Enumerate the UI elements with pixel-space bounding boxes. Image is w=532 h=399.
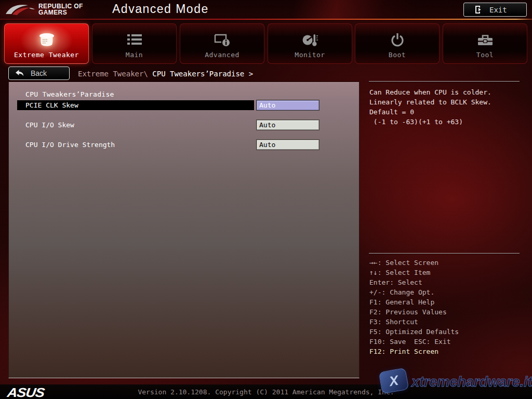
exit-door-icon	[474, 5, 482, 14]
breadcrumb: Extreme Tweaker\ CPU Tweakers’Paradise >	[78, 70, 253, 78]
brand-text: REPUBLIC OF GAMERS	[38, 3, 83, 16]
watermark-text: xtremehardware.it	[411, 374, 532, 390]
help-text-line: (-1 to -63)(+1 to +63)	[369, 117, 463, 127]
option-row-pcie-clk-skew[interactable]: PCIE CLK Skew	[17, 100, 254, 110]
tab-extreme-tweaker[interactable]: Extreme Tweaker	[4, 23, 89, 64]
legend-line: +/-: Change Opt.	[369, 287, 434, 297]
legend-line: F3: Shortcut	[369, 317, 418, 327]
help-text-line: Default = 0	[369, 107, 414, 117]
tab-label: Boot	[355, 51, 439, 59]
back-button[interactable]: Back	[8, 66, 70, 80]
advanced-info-icon	[180, 30, 264, 50]
tab-tool[interactable]: Tool	[443, 23, 527, 64]
tab-label: Main	[92, 51, 176, 59]
option-row-cpu-io-skew[interactable]: CPU I/O Skew	[25, 120, 74, 130]
legend-line: F10: Save ESC: Exit	[369, 337, 451, 347]
tab-label: Advanced	[180, 51, 264, 59]
mode-title: Advanced Mode	[112, 2, 209, 16]
help-divider	[369, 81, 520, 82]
watermark: X xtremehardware.it	[377, 368, 531, 394]
exit-label: Exit	[489, 6, 507, 14]
legend-line: →←: Select Screen	[369, 258, 438, 268]
exit-button[interactable]: Exit	[463, 3, 527, 17]
tab-label: Monitor	[268, 51, 352, 59]
option-value-cpu-io-skew[interactable]: Auto	[257, 120, 319, 130]
help-text-line: Linearly related to BCLK Skew.	[369, 97, 491, 107]
tab-advanced[interactable]: Advanced	[180, 23, 264, 64]
tab-label: Tool	[443, 51, 527, 59]
back-label: Back	[31, 69, 47, 77]
option-row-cpu-io-drive-strength[interactable]: CPU I/O Drive Strength	[25, 140, 115, 150]
legend-line-highlighted: F12: Print Screen	[369, 347, 438, 356]
option-value-cpu-io-drive-strength[interactable]: Auto	[257, 140, 319, 150]
legend-line: ↑↓: Select Item	[369, 268, 430, 277]
watermark-x-badge: X	[379, 368, 409, 394]
legend-line: Enter: Select	[369, 277, 422, 287]
tab-monitor[interactable]: Monitor	[268, 23, 352, 64]
legend-line: F5: Optimized Defaults	[369, 327, 459, 337]
tab-boot[interactable]: Boot	[355, 23, 440, 64]
monitor-gauge-icon	[268, 30, 352, 50]
power-icon	[355, 30, 439, 50]
brand-line2: GAMERS	[38, 9, 83, 16]
legend-line: F1: General Help	[369, 297, 434, 307]
tweaker-hat-icon	[5, 30, 88, 50]
legend-line: F2: Previous Values	[369, 307, 447, 317]
toolbox-icon	[443, 30, 527, 50]
tab-label: Extreme Tweaker	[5, 51, 88, 59]
rog-logo-icon	[5, 2, 35, 20]
settings-panel: CPU Tweakers’Paradise PCIE CLK Skew Auto…	[8, 82, 360, 378]
accent-divider	[0, 19, 532, 20]
bios-screen: REPUBLIC OF GAMERS Advanced Mode Exit	[0, 0, 532, 399]
option-value-pcie-clk-skew[interactable]: Auto	[257, 100, 319, 110]
top-bar: REPUBLIC OF GAMERS Advanced Mode Exit	[0, 0, 532, 19]
back-arrow-icon	[15, 70, 24, 77]
breadcrumb-current: CPU Tweakers’Paradise >	[152, 70, 253, 78]
legend-divider	[369, 253, 520, 254]
tab-main[interactable]: Main	[92, 23, 177, 64]
breadcrumb-parent: Extreme Tweaker\	[78, 70, 152, 78]
help-text-line: Can Reduce when CPU is colder.	[369, 87, 491, 97]
section-title: CPU Tweakers’Paradise	[25, 90, 114, 98]
list-icon	[92, 30, 176, 50]
